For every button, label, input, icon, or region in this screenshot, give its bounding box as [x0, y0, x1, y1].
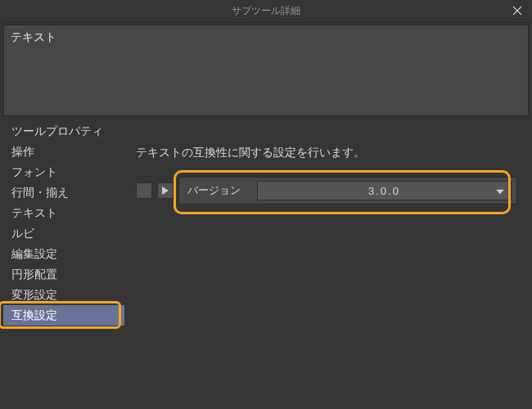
svg-marker-2	[162, 187, 169, 195]
sidebar-item-label: 変形設定	[11, 288, 57, 303]
version-label: バージョン	[179, 183, 257, 198]
sidebar-item-text[interactable]: テキスト	[3, 203, 124, 223]
property-visibility-toggle[interactable]	[136, 182, 152, 199]
version-field: バージョン 3.0.0	[178, 177, 517, 204]
sidebar-item-operation[interactable]: 操作	[3, 142, 124, 162]
sidebar-item-label: ツールプロパティ	[11, 124, 103, 139]
play-icon	[162, 185, 169, 197]
sidebar-item-label: テキスト	[11, 206, 57, 221]
category-description: テキストの互換性に関する設定を行います。	[136, 146, 517, 160]
window-title: サブツール詳細	[232, 4, 300, 18]
preview-text: テキスト	[11, 30, 56, 43]
sidebar-item-label: 操作	[11, 145, 34, 160]
content-area: ツールプロパティ 操作 フォント 行間・揃え テキスト ルビ 編集設定 円形配置…	[0, 121, 532, 326]
sidebar-item-label: ルビ	[11, 227, 34, 241]
close-button[interactable]	[503, 0, 532, 23]
sidebar-item-line-align[interactable]: 行間・揃え	[3, 182, 124, 203]
version-row: バージョン 3.0.0	[136, 177, 517, 204]
titlebar: サブツール詳細	[0, 0, 532, 23]
sidebar-item-ruby[interactable]: ルビ	[3, 223, 124, 244]
chevron-down-icon	[496, 185, 504, 197]
sidebar-item-edit-settings[interactable]: 編集設定	[3, 244, 124, 264]
preview-panel: テキスト	[3, 25, 529, 116]
sidebar-item-label: 互換設定	[11, 308, 57, 323]
svg-marker-3	[496, 190, 504, 195]
sidebar-item-transform-settings[interactable]: 変形設定	[3, 285, 124, 305]
property-expand-button[interactable]	[157, 182, 174, 199]
sidebar-item-circle-layout[interactable]: 円形配置	[3, 264, 124, 285]
sidebar-item-label: 編集設定	[11, 247, 57, 262]
version-value: 3.0.0	[368, 185, 400, 197]
close-icon	[512, 6, 522, 18]
sidebar-item-label: 円形配置	[11, 267, 57, 282]
sidebar-item-font[interactable]: フォント	[3, 162, 124, 182]
sidebar-item-label: 行間・揃え	[11, 186, 69, 200]
settings-main: テキストの互換性に関する設定を行います。 バージョン 3.0.0	[124, 121, 532, 326]
version-dropdown[interactable]: 3.0.0	[257, 181, 512, 200]
sidebar-item-tool-property[interactable]: ツールプロパティ	[3, 121, 124, 142]
category-sidebar: ツールプロパティ 操作 フォント 行間・揃え テキスト ルビ 編集設定 円形配置…	[0, 121, 124, 326]
sidebar-item-compatibility-settings[interactable]: 互換設定	[3, 305, 124, 326]
sidebar-item-label: フォント	[11, 165, 57, 180]
